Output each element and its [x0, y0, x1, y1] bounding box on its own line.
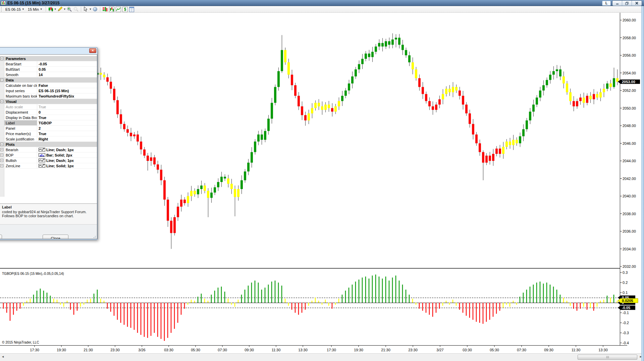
globe-icon[interactable]	[92, 6, 98, 12]
plot-row[interactable]: +BOPBar; Solid; 2px	[0, 153, 97, 158]
price-axis[interactable]: 2060.002058.002056.002054.002052.002050.…	[620, 18, 636, 268]
expand-icon[interactable]: +	[0, 153, 4, 158]
property-value[interactable]: True	[37, 131, 97, 136]
svg-text:07:30: 07:30	[218, 348, 227, 352]
svg-text:2046.00: 2046.00	[623, 141, 636, 145]
svg-text:2058.00: 2058.00	[623, 36, 636, 40]
data-grid-icon[interactable]	[129, 6, 135, 12]
property-value[interactable]: True	[37, 115, 97, 120]
property-value[interactable]: Right	[37, 136, 97, 141]
section-header-row[interactable]: −Parameters	[0, 56, 97, 61]
property-description: Label coded by gubbar924 at NinjaTrader …	[0, 203, 97, 224]
property-row[interactable]: BearStart-0.05	[0, 61, 97, 67]
property-value[interactable]: Line; Dash; 1px	[37, 158, 97, 163]
property-row[interactable]: Auto scaleTrue	[0, 104, 97, 110]
property-value[interactable]: 2	[37, 126, 97, 131]
row-gutter	[0, 61, 4, 66]
time-axis[interactable]: 17:3019:3021:3023:303/2603:3005:3007:300…	[30, 345, 608, 352]
chart-trader-icon[interactable]	[102, 6, 108, 12]
scroll-left-icon[interactable]: ◄	[1, 355, 4, 358]
property-row[interactable]: Display in Data BoxTrue	[0, 115, 97, 120]
chevron-down-icon[interactable]: ▼	[63, 8, 66, 11]
collapse-icon[interactable]: −	[0, 142, 4, 147]
zoom-in-icon[interactable]	[66, 6, 72, 12]
chevron-down-icon[interactable]: ▼	[89, 8, 92, 11]
instrument-dropdown[interactable]: ES 06-15▼	[4, 6, 26, 12]
interval-dropdown[interactable]: 15 Min▼	[26, 6, 44, 12]
expand-icon[interactable]: +	[0, 163, 4, 168]
property-row[interactable]: Displacement0	[0, 110, 97, 115]
property-value[interactable]: True	[37, 104, 97, 109]
toolbar-grip[interactable]	[1, 7, 2, 12]
row-gutter	[0, 104, 4, 109]
dialog-close-icon[interactable]: ✕	[89, 48, 96, 53]
svg-text:-0.2: -0.2	[623, 321, 629, 325]
app-icon	[1, 1, 6, 5]
svg-text:2050.00: 2050.00	[623, 106, 636, 110]
property-value[interactable]: Line; Dash; 1px	[37, 147, 97, 152]
property-row[interactable]: Input seriesES 06-15 (15 Min)	[0, 88, 97, 94]
chevron-down-icon[interactable]: ▼	[54, 8, 57, 11]
description-line: coded by gubbar924 at NinjaTrader Suppor…	[2, 210, 87, 214]
svg-text:2060.00: 2060.00	[623, 18, 636, 22]
row-gutter	[0, 115, 4, 120]
property-name: BullStart	[4, 67, 37, 72]
property-name: Price marker(s)	[4, 131, 37, 136]
plot-row[interactable]: +ZeroLineLine; Solid; 1px	[0, 163, 97, 169]
horizontal-scrollbar[interactable]: ◄ ►	[0, 353, 644, 361]
svg-text:3/26: 3/26	[138, 348, 145, 352]
svg-text:17:30: 17:30	[327, 348, 336, 352]
line-chart-icon[interactable]	[115, 6, 121, 12]
chart-style-icon[interactable]	[48, 6, 54, 12]
property-value[interactable]: TGBOP	[37, 120, 97, 125]
collapse-icon[interactable]: −	[0, 77, 4, 82]
property-row[interactable]: Scale justificationRight	[0, 136, 97, 142]
property-value[interactable]: Bar; Solid; 2px	[37, 153, 97, 158]
svg-text:2036.00: 2036.00	[623, 229, 636, 233]
dollar-icon[interactable]: $	[122, 6, 128, 12]
collapse-icon[interactable]: −	[0, 56, 4, 61]
close-button[interactable]: Close	[43, 235, 68, 239]
property-row[interactable]: Calculate on bar closeFalse	[0, 83, 97, 88]
property-name: BearStart	[4, 61, 37, 66]
property-value[interactable]: ES 06-15 (15 Min)	[37, 88, 97, 93]
link-button[interactable]: L	[602, 1, 611, 6]
minimize-button[interactable]	[612, 1, 622, 6]
property-value[interactable]: -0.05	[37, 61, 97, 66]
mini-chart-icon[interactable]	[109, 6, 115, 12]
property-value[interactable]: Line; Solid; 1px	[37, 163, 97, 168]
restore-button[interactable]	[622, 1, 632, 6]
expand-icon[interactable]: +	[0, 147, 4, 152]
resize-grip[interactable]	[93, 235, 96, 238]
property-row[interactable]: LabelTGBOP	[0, 120, 97, 126]
property-row[interactable]: Smooth14	[0, 72, 97, 77]
expand-icon[interactable]: +	[0, 158, 4, 163]
section-header-row[interactable]: −Visual	[0, 99, 97, 104]
window-titlebar: ES 06-15 (15 Min) 3/27/2015 L	[0, 0, 644, 6]
property-value[interactable]: False	[37, 83, 97, 88]
chevron-down-icon: ▼	[40, 8, 43, 11]
section-label: Data	[4, 77, 14, 82]
property-value[interactable]: 0.05	[37, 67, 97, 72]
plot-row[interactable]: +BullishLine; Dash; 1px	[0, 158, 97, 163]
drawing-tools-icon[interactable]	[57, 6, 63, 12]
property-row[interactable]: BullStart0.05	[0, 67, 97, 72]
section-header-row[interactable]: −Data	[0, 77, 97, 83]
close-button[interactable]	[632, 1, 642, 6]
window-title: ES 06-15 (15 Min) 3/27/2015	[7, 1, 59, 5]
property-value[interactable]: TwoHundredFiftySix	[37, 94, 97, 99]
price-marker: 0.0205	[618, 298, 638, 303]
property-row[interactable]: Maximum bars look baTwoHundredFiftySix	[0, 94, 97, 99]
collapse-icon[interactable]: −	[0, 99, 4, 104]
row-gutter	[0, 120, 4, 125]
scrollbar-thumb[interactable]	[578, 355, 637, 360]
property-value[interactable]: 14	[37, 72, 97, 77]
property-value[interactable]: 0	[37, 110, 97, 115]
property-row[interactable]: Price marker(s)True	[0, 131, 97, 136]
property-row[interactable]: Panel2	[0, 126, 97, 131]
dialog-titlebar[interactable]: ✕	[0, 48, 97, 54]
section-header-row[interactable]: −Plots	[0, 142, 97, 147]
plot-row[interactable]: +BearishLine; Dash; 1px	[0, 147, 97, 153]
apply-button[interactable]: Apply	[0, 235, 2, 239]
cursor-icon[interactable]	[83, 6, 89, 12]
